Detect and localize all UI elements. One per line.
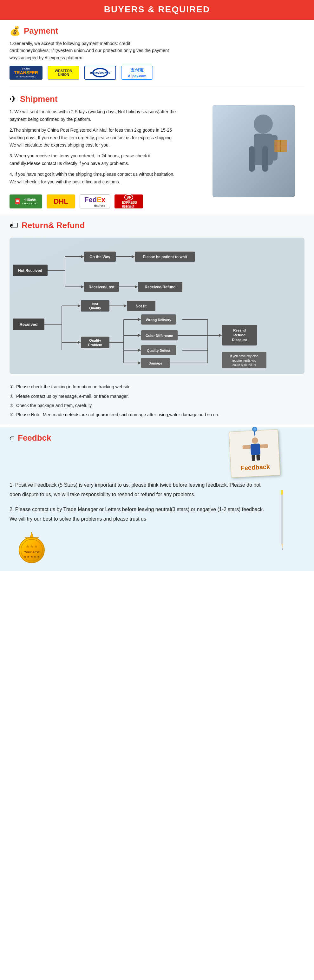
shipment-illustration <box>213 105 295 197</box>
svg-rect-76 <box>260 444 268 448</box>
received-label: Received <box>19 322 37 327</box>
refund-note-2: ② Please contact us by meesage, e-mail, … <box>10 393 304 400</box>
return-icon: 🏷 <box>10 220 18 231</box>
patient-label: Please be patient to wait <box>143 255 187 259</box>
svg-text:Not: Not <box>92 302 98 306</box>
shipment-content: 1. We will sent the items within 2-5days… <box>10 108 304 186</box>
payment-heading: Payment <box>24 26 58 36</box>
gold-badge-container: ★★★ Your Text ★ ★ ★ ★ ★ <box>10 530 304 565</box>
shipment-heading: Shipment <box>20 94 57 104</box>
svg-text:If you have any else: If you have any else <box>230 354 258 358</box>
gold-badge-svg: ★★★ Your Text ★ ★ ★ ★ ★ <box>10 530 54 565</box>
moneybookers-logo: moneybookers <box>84 66 116 80</box>
not-received-label: Not Received <box>18 269 42 273</box>
color-difference-label: Color Difference <box>146 334 173 337</box>
dhl-logo: DHL <box>47 194 75 208</box>
flowchart-container: Not Received On the Way Please be patien… <box>10 234 304 379</box>
payment-section: 💰 Payment 1.Generally, we accept the fol… <box>0 20 314 85</box>
page-header: BUYERS & REQUIRED <box>0 0 314 20</box>
svg-rect-75 <box>243 445 251 449</box>
feedback-pin-card: Feedback <box>230 427 279 477</box>
not-fit-label: Not fit <box>136 304 147 309</box>
svg-text:Refund: Refund <box>233 333 246 337</box>
payment-description: 1.Generally, we accept the following pay… <box>10 40 174 61</box>
person-feedback-svg <box>236 435 275 462</box>
shipment-item-1: 1. We will sent the items within 2-5days… <box>10 108 181 123</box>
pencil-icon <box>279 490 285 553</box>
svg-text:Quality: Quality <box>89 339 101 342</box>
fedex-logo: FedEx Express <box>79 194 110 208</box>
shipment-section: ✈ Shipment 1. We will sent the items wit… <box>0 88 314 212</box>
feedback-title-row: 🏷 Feedbck <box>10 433 51 443</box>
pin-icon <box>251 426 258 436</box>
refund-note-3: ③ Check the package and Item, carefully. <box>10 402 304 410</box>
svg-text:requirements you: requirements you <box>232 359 256 362</box>
received-lost-label: Received/Lost <box>89 285 114 290</box>
payment-logos-row: BANK TRANSFER INTERNATIONAL WESTERNUNION… <box>10 66 304 80</box>
resend-label: Resend <box>233 328 246 332</box>
payment-icon: 💰 <box>10 26 21 36</box>
feedback-item-2: 2. Please contact us by Trade Manager or… <box>10 505 270 524</box>
feedback-header: 🏷 Feedbck <box>10 433 304 477</box>
wrong-delivery-label: Wrong Delivery <box>146 318 171 322</box>
svg-rect-74 <box>250 444 260 455</box>
svg-rect-77 <box>252 455 255 461</box>
svg-marker-81 <box>281 544 283 549</box>
damage-label: Damage <box>149 361 162 365</box>
feedback-section: 🏷 Feedbck <box>0 427 314 571</box>
feedback-item-1: 1. Positive Feedback (5 Stars) is very i… <box>10 480 270 500</box>
return-heading: Return& Refund <box>22 221 85 230</box>
on-the-way-label: On the Way <box>89 255 110 259</box>
western-union-logo: WESTERNUNION <box>48 66 79 80</box>
svg-text:could also tell us: could also tell us <box>233 363 256 367</box>
feedback-note-text: Feedback <box>237 463 273 472</box>
svg-point-1 <box>254 115 273 134</box>
svg-text:Discount: Discount <box>232 338 247 342</box>
svg-text:★ ★ ★ ★ ★: ★ ★ ★ ★ ★ <box>24 555 40 558</box>
svg-rect-78 <box>256 455 260 461</box>
sf-express-logo: SF EXPRESS 顺丰速运 <box>114 194 143 208</box>
svg-rect-79 <box>281 490 283 544</box>
svg-marker-82 <box>282 549 283 550</box>
shipment-icon: ✈ <box>10 94 17 104</box>
feedback-heading: Feedbck <box>18 433 51 443</box>
feedback-icon: 🏷 <box>10 435 14 441</box>
return-title-row: 🏷 Return& Refund <box>10 220 304 231</box>
svg-rect-4 <box>249 146 255 172</box>
svg-text:★★★: ★★★ <box>26 544 38 549</box>
quality-defect-label: Quality Defect <box>147 348 170 352</box>
return-refund-section: 🏷 Return& Refund Not Received <box>0 215 314 425</box>
page-title: BUYERS & REQUIRED <box>0 5 314 14</box>
shipment-title-row: ✈ Shipment <box>10 94 304 104</box>
svg-text:Quality: Quality <box>89 306 101 310</box>
refund-note-4: ④ Please Note: Men made defects are not … <box>10 411 304 419</box>
svg-rect-80 <box>281 490 283 495</box>
shipment-item-4: 4. If you have not got it within the shi… <box>10 171 181 186</box>
svg-rect-5 <box>262 146 268 172</box>
alipay-logo: 支付宝 Alipay.com <box>121 66 153 80</box>
shipment-item-3: 3. When you receive the items you ordere… <box>10 152 181 167</box>
payment-title-row: 💰 Payment <box>10 26 304 36</box>
chinapost-logo: 📮 中国邮政 CHINA POST <box>10 194 42 208</box>
svg-point-72 <box>254 428 256 431</box>
svg-point-73 <box>252 437 258 444</box>
shipment-svg <box>213 105 295 197</box>
refund-notes: ① Please check the tracking in formation… <box>10 383 304 419</box>
refund-note-1: ① Please check the tracking in formation… <box>10 383 304 391</box>
svg-rect-71 <box>254 431 255 436</box>
shipment-item-2: 2.The shipment by China Post Registered … <box>10 127 181 149</box>
feedback-body: 1. Positive Feedback (5 Stars) is very i… <box>10 480 304 524</box>
gold-badge: ★★★ Your Text ★ ★ ★ ★ ★ <box>10 530 54 565</box>
bank-transfer-logo: BANK TRANSFER INTERNATIONAL <box>10 66 43 80</box>
svg-text:Your Text: Your Text <box>24 550 39 554</box>
received-refund-label: Received/Refund <box>144 285 175 290</box>
flowchart-svg: Not Received On the Way Please be patien… <box>10 238 304 374</box>
svg-text:Problem: Problem <box>88 343 102 347</box>
